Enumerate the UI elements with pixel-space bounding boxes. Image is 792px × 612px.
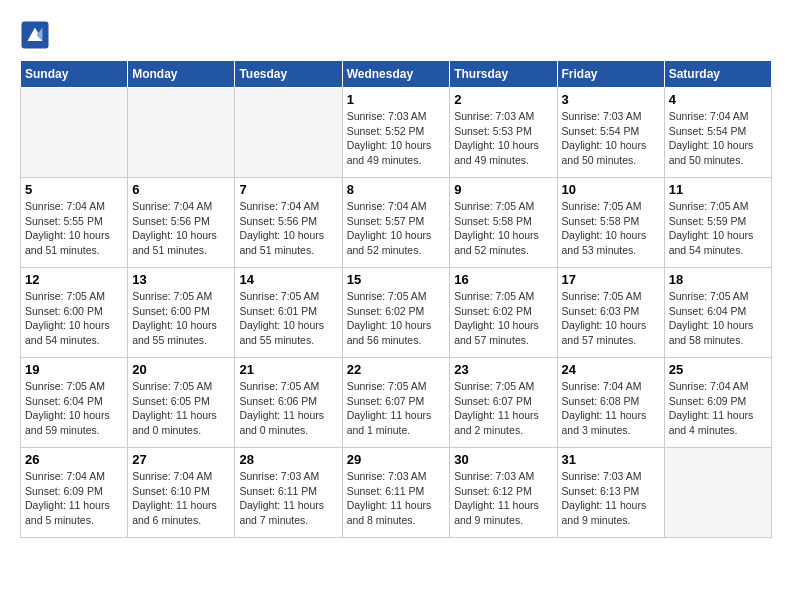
- calendar-cell: 20Sunrise: 7:05 AM Sunset: 6:05 PM Dayli…: [128, 358, 235, 448]
- calendar-cell: 28Sunrise: 7:03 AM Sunset: 6:11 PM Dayli…: [235, 448, 342, 538]
- logo: [20, 20, 54, 50]
- weekday-header-saturday: Saturday: [664, 61, 771, 88]
- calendar-cell: 31Sunrise: 7:03 AM Sunset: 6:13 PM Dayli…: [557, 448, 664, 538]
- cell-date-number: 7: [239, 182, 337, 197]
- cell-date-number: 29: [347, 452, 446, 467]
- cell-info-text: Sunrise: 7:04 AM Sunset: 6:09 PM Dayligh…: [669, 379, 767, 438]
- calendar-cell: 24Sunrise: 7:04 AM Sunset: 6:08 PM Dayli…: [557, 358, 664, 448]
- cell-date-number: 9: [454, 182, 552, 197]
- cell-info-text: Sunrise: 7:05 AM Sunset: 6:04 PM Dayligh…: [669, 289, 767, 348]
- calendar-cell: 5Sunrise: 7:04 AM Sunset: 5:55 PM Daylig…: [21, 178, 128, 268]
- calendar-table: SundayMondayTuesdayWednesdayThursdayFrid…: [20, 60, 772, 538]
- cell-info-text: Sunrise: 7:03 AM Sunset: 6:12 PM Dayligh…: [454, 469, 552, 528]
- cell-info-text: Sunrise: 7:05 AM Sunset: 6:05 PM Dayligh…: [132, 379, 230, 438]
- cell-date-number: 5: [25, 182, 123, 197]
- cell-date-number: 21: [239, 362, 337, 377]
- cell-info-text: Sunrise: 7:05 AM Sunset: 6:02 PM Dayligh…: [454, 289, 552, 348]
- calendar-cell: 11Sunrise: 7:05 AM Sunset: 5:59 PM Dayli…: [664, 178, 771, 268]
- calendar-cell: 17Sunrise: 7:05 AM Sunset: 6:03 PM Dayli…: [557, 268, 664, 358]
- cell-info-text: Sunrise: 7:03 AM Sunset: 5:52 PM Dayligh…: [347, 109, 446, 168]
- calendar-cell: 19Sunrise: 7:05 AM Sunset: 6:04 PM Dayli…: [21, 358, 128, 448]
- cell-info-text: Sunrise: 7:03 AM Sunset: 6:11 PM Dayligh…: [347, 469, 446, 528]
- calendar-cell: [128, 88, 235, 178]
- weekday-header-wednesday: Wednesday: [342, 61, 450, 88]
- cell-date-number: 13: [132, 272, 230, 287]
- weekday-header-monday: Monday: [128, 61, 235, 88]
- cell-info-text: Sunrise: 7:05 AM Sunset: 5:58 PM Dayligh…: [562, 199, 660, 258]
- calendar-cell: 29Sunrise: 7:03 AM Sunset: 6:11 PM Dayli…: [342, 448, 450, 538]
- calendar-cell: 25Sunrise: 7:04 AM Sunset: 6:09 PM Dayli…: [664, 358, 771, 448]
- cell-date-number: 28: [239, 452, 337, 467]
- cell-date-number: 12: [25, 272, 123, 287]
- cell-date-number: 25: [669, 362, 767, 377]
- calendar-cell: 4Sunrise: 7:04 AM Sunset: 5:54 PM Daylig…: [664, 88, 771, 178]
- calendar-cell: 15Sunrise: 7:05 AM Sunset: 6:02 PM Dayli…: [342, 268, 450, 358]
- cell-info-text: Sunrise: 7:04 AM Sunset: 5:57 PM Dayligh…: [347, 199, 446, 258]
- calendar-cell: 13Sunrise: 7:05 AM Sunset: 6:00 PM Dayli…: [128, 268, 235, 358]
- calendar-cell: 3Sunrise: 7:03 AM Sunset: 5:54 PM Daylig…: [557, 88, 664, 178]
- cell-date-number: 31: [562, 452, 660, 467]
- calendar-week-5: 26Sunrise: 7:04 AM Sunset: 6:09 PM Dayli…: [21, 448, 772, 538]
- cell-info-text: Sunrise: 7:03 AM Sunset: 5:53 PM Dayligh…: [454, 109, 552, 168]
- cell-date-number: 6: [132, 182, 230, 197]
- cell-date-number: 20: [132, 362, 230, 377]
- calendar-cell: 27Sunrise: 7:04 AM Sunset: 6:10 PM Dayli…: [128, 448, 235, 538]
- cell-date-number: 14: [239, 272, 337, 287]
- cell-info-text: Sunrise: 7:04 AM Sunset: 6:08 PM Dayligh…: [562, 379, 660, 438]
- calendar-cell: 23Sunrise: 7:05 AM Sunset: 6:07 PM Dayli…: [450, 358, 557, 448]
- cell-date-number: 22: [347, 362, 446, 377]
- cell-date-number: 26: [25, 452, 123, 467]
- weekday-header-friday: Friday: [557, 61, 664, 88]
- weekday-header-thursday: Thursday: [450, 61, 557, 88]
- calendar-cell: 9Sunrise: 7:05 AM Sunset: 5:58 PM Daylig…: [450, 178, 557, 268]
- cell-info-text: Sunrise: 7:03 AM Sunset: 6:13 PM Dayligh…: [562, 469, 660, 528]
- cell-info-text: Sunrise: 7:04 AM Sunset: 6:10 PM Dayligh…: [132, 469, 230, 528]
- calendar-cell: [235, 88, 342, 178]
- cell-info-text: Sunrise: 7:04 AM Sunset: 5:56 PM Dayligh…: [132, 199, 230, 258]
- cell-info-text: Sunrise: 7:04 AM Sunset: 5:54 PM Dayligh…: [669, 109, 767, 168]
- calendar-cell: 22Sunrise: 7:05 AM Sunset: 6:07 PM Dayli…: [342, 358, 450, 448]
- cell-info-text: Sunrise: 7:03 AM Sunset: 5:54 PM Dayligh…: [562, 109, 660, 168]
- calendar-cell: 2Sunrise: 7:03 AM Sunset: 5:53 PM Daylig…: [450, 88, 557, 178]
- cell-info-text: Sunrise: 7:05 AM Sunset: 6:07 PM Dayligh…: [454, 379, 552, 438]
- cell-info-text: Sunrise: 7:05 AM Sunset: 6:07 PM Dayligh…: [347, 379, 446, 438]
- calendar-cell: 26Sunrise: 7:04 AM Sunset: 6:09 PM Dayli…: [21, 448, 128, 538]
- calendar-header-row: SundayMondayTuesdayWednesdayThursdayFrid…: [21, 61, 772, 88]
- calendar-cell: 18Sunrise: 7:05 AM Sunset: 6:04 PM Dayli…: [664, 268, 771, 358]
- calendar-cell: 21Sunrise: 7:05 AM Sunset: 6:06 PM Dayli…: [235, 358, 342, 448]
- calendar-cell: 14Sunrise: 7:05 AM Sunset: 6:01 PM Dayli…: [235, 268, 342, 358]
- cell-date-number: 24: [562, 362, 660, 377]
- cell-date-number: 11: [669, 182, 767, 197]
- cell-info-text: Sunrise: 7:05 AM Sunset: 5:58 PM Dayligh…: [454, 199, 552, 258]
- weekday-header-tuesday: Tuesday: [235, 61, 342, 88]
- cell-date-number: 27: [132, 452, 230, 467]
- calendar-cell: 7Sunrise: 7:04 AM Sunset: 5:56 PM Daylig…: [235, 178, 342, 268]
- calendar-week-2: 5Sunrise: 7:04 AM Sunset: 5:55 PM Daylig…: [21, 178, 772, 268]
- cell-date-number: 4: [669, 92, 767, 107]
- cell-date-number: 17: [562, 272, 660, 287]
- cell-info-text: Sunrise: 7:04 AM Sunset: 6:09 PM Dayligh…: [25, 469, 123, 528]
- calendar-cell: 8Sunrise: 7:04 AM Sunset: 5:57 PM Daylig…: [342, 178, 450, 268]
- cell-info-text: Sunrise: 7:05 AM Sunset: 6:01 PM Dayligh…: [239, 289, 337, 348]
- logo-icon: [20, 20, 50, 50]
- calendar-week-4: 19Sunrise: 7:05 AM Sunset: 6:04 PM Dayli…: [21, 358, 772, 448]
- calendar-cell: 1Sunrise: 7:03 AM Sunset: 5:52 PM Daylig…: [342, 88, 450, 178]
- cell-date-number: 2: [454, 92, 552, 107]
- cell-info-text: Sunrise: 7:05 AM Sunset: 6:04 PM Dayligh…: [25, 379, 123, 438]
- cell-date-number: 16: [454, 272, 552, 287]
- cell-info-text: Sunrise: 7:05 AM Sunset: 5:59 PM Dayligh…: [669, 199, 767, 258]
- weekday-header-sunday: Sunday: [21, 61, 128, 88]
- cell-date-number: 1: [347, 92, 446, 107]
- cell-info-text: Sunrise: 7:04 AM Sunset: 5:55 PM Dayligh…: [25, 199, 123, 258]
- calendar-week-1: 1Sunrise: 7:03 AM Sunset: 5:52 PM Daylig…: [21, 88, 772, 178]
- cell-date-number: 23: [454, 362, 552, 377]
- cell-info-text: Sunrise: 7:05 AM Sunset: 6:03 PM Dayligh…: [562, 289, 660, 348]
- calendar-cell: 30Sunrise: 7:03 AM Sunset: 6:12 PM Dayli…: [450, 448, 557, 538]
- cell-date-number: 3: [562, 92, 660, 107]
- calendar-cell: 10Sunrise: 7:05 AM Sunset: 5:58 PM Dayli…: [557, 178, 664, 268]
- calendar-cell: [664, 448, 771, 538]
- cell-date-number: 10: [562, 182, 660, 197]
- calendar-cell: [21, 88, 128, 178]
- cell-info-text: Sunrise: 7:05 AM Sunset: 6:00 PM Dayligh…: [25, 289, 123, 348]
- calendar-cell: 6Sunrise: 7:04 AM Sunset: 5:56 PM Daylig…: [128, 178, 235, 268]
